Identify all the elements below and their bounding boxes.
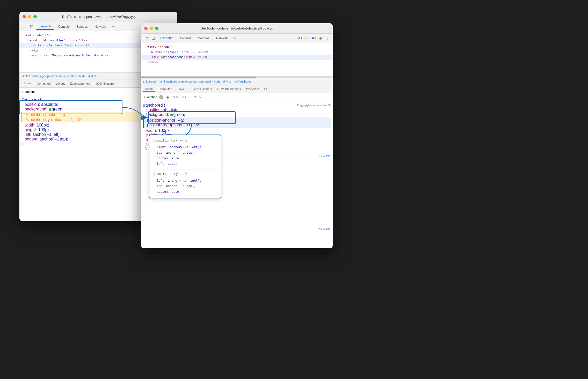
device-icon-2[interactable]: ☐ bbox=[150, 35, 156, 41]
tooltip-props-2: left: anchor(--a right); top: anchor(--a… bbox=[157, 178, 217, 195]
styles-more-tabs-2[interactable]: >> bbox=[263, 87, 268, 91]
css-selector-2: #anchored { bbox=[143, 103, 165, 108]
bc-html-1[interactable]: html.anchoring-support.popup-supported bbox=[25, 75, 76, 78]
tooltip-block-2: @position-try --f2 left: anchor(--a righ… bbox=[154, 172, 217, 195]
tab-elements-2[interactable]: Elements bbox=[158, 35, 176, 41]
maximize-button-1[interactable] bbox=[33, 15, 37, 18]
tab-network-1[interactable]: Network bbox=[92, 24, 108, 29]
minimize-button-2[interactable] bbox=[150, 27, 153, 30]
tooltip-props-1: right: anchor(--a left); top: anchor(--a… bbox=[157, 145, 217, 167]
style-tag-2: <style> bbox=[141, 227, 333, 231]
tab-console-2[interactable]: Console bbox=[177, 35, 194, 41]
styles-tab-props-2[interactable]: Properties bbox=[244, 87, 262, 91]
dom-line-2-2[interactable]: ▶ <div id="scroller"> ··· </div> bbox=[141, 50, 333, 55]
filter-clear-2[interactable]: ✕ bbox=[159, 95, 163, 99]
window-title-1: DevTools - codepen.io/web-dot-dev/live/P… bbox=[62, 15, 135, 19]
tooltip-popup: @position-try --f1 right: anchor(--a lef… bbox=[149, 135, 221, 198]
tooltip-block-1: @position-try --f1 right: anchor(--a lef… bbox=[154, 138, 217, 167]
styles-tab-styles-2[interactable]: Styles bbox=[143, 86, 155, 92]
styles-tab-dom-1[interactable]: DOM Breakpo··· bbox=[93, 81, 119, 86]
title-bar-1: DevTools - codepen.io/web-dot-dev/live/P… bbox=[19, 12, 177, 22]
styles-tab-layout-2[interactable]: Layout bbox=[175, 87, 188, 91]
badge-error-2: ⊗ 1 bbox=[298, 36, 302, 40]
breadcrumb-2: sult-iframe › html.anchoring-support.pop… bbox=[141, 78, 333, 85]
inspector-icon-1[interactable]: ⬚ bbox=[21, 24, 27, 29]
tt-prop-2-2: top: anchor(--a top); bbox=[157, 184, 217, 189]
filter-icon-1: ⊻ bbox=[21, 90, 24, 94]
filter-bar-2: ⊻ anchor ✕ ◆ :hov .cls + ⊞ ⤡ bbox=[141, 93, 333, 101]
tab-sources-1[interactable]: Sources bbox=[74, 24, 90, 29]
prop2-width: width: 100px; bbox=[143, 128, 331, 133]
bc-html-2[interactable]: html.anchoring-support.popup-supported bbox=[159, 80, 211, 83]
bc-divcb-2[interactable]: div#cb bbox=[223, 80, 231, 83]
filter-icon-2: ⊻ bbox=[143, 95, 146, 99]
styles-tabs-2: Styles Computed Layout Event Listeners D… bbox=[141, 85, 333, 93]
devtools-window-2: DevTools - codepen.io/web-dot-dev/live/P… bbox=[141, 23, 333, 248]
filter-tool-cls-2[interactable]: .cls bbox=[181, 95, 187, 99]
more-tabs-2[interactable]: >> bbox=[232, 36, 237, 40]
tt-prop-1-4: left: auto; bbox=[157, 161, 217, 167]
prop2-anchor-highlighted: position-anchor: --a; position-try-optio… bbox=[143, 117, 331, 128]
prop2-anchor: position-anchor: --a; bbox=[147, 118, 328, 123]
bc-body-2[interactable]: body bbox=[214, 80, 220, 83]
tt-prop-2-3: bottom: auto; bbox=[157, 189, 217, 195]
tab-elements-1[interactable]: Elements bbox=[36, 24, 54, 30]
close-button-2[interactable] bbox=[144, 27, 148, 30]
more-tabs-1[interactable]: >> bbox=[110, 25, 116, 28]
tooltip-selector-2: @position-try --f2 bbox=[154, 172, 217, 177]
badge-info-2: ◼ 7 bbox=[312, 36, 316, 40]
badge-warning-2: ⚠ 46 bbox=[304, 36, 310, 40]
toolbar-2: ⬚ ☐ Elements Console Sources Network >> … bbox=[141, 34, 333, 43]
title-bar-2: DevTools - codepen.io/web-dot-dev/live/P… bbox=[141, 23, 333, 34]
bc-iframe-2[interactable]: sult-iframe bbox=[143, 80, 156, 83]
more-icon-2[interactable]: ⋮ bbox=[325, 35, 331, 41]
tooltip-divider bbox=[154, 169, 217, 169]
filter-tool-expand-2[interactable]: ⤡ bbox=[198, 95, 202, 99]
tt-prop-2-1: left: anchor(--a right); bbox=[157, 178, 217, 184]
styles-tab-layout-1[interactable]: Layout bbox=[54, 81, 67, 86]
tab-console-1[interactable]: Console bbox=[56, 24, 72, 29]
css-selector-1: #anchored { bbox=[21, 98, 43, 102]
maximize-button-2[interactable] bbox=[155, 27, 158, 30]
dom-line-2-3[interactable]: <div id="anchored"></div> == $0 bbox=[141, 55, 333, 60]
filter-tool-plus-2[interactable]: + bbox=[188, 95, 192, 99]
minimize-button-1[interactable] bbox=[28, 15, 31, 18]
tt-prop-1-2: top: anchor(--a top); bbox=[157, 150, 217, 156]
filter-tool-hov-2[interactable]: :hov bbox=[172, 95, 180, 99]
styles-tab-events-1[interactable]: Event Listeners bbox=[68, 81, 92, 86]
bc-divcb-1[interactable]: div#cb bbox=[88, 75, 97, 78]
bc-divanchored-2[interactable]: div#anchored bbox=[234, 80, 251, 83]
tab-network-2[interactable]: Network bbox=[214, 35, 230, 41]
styles-tab-computed-1[interactable]: Computed bbox=[35, 81, 53, 86]
window-controls-1 bbox=[23, 15, 37, 18]
filter-settings-icon-2[interactable]: ◆ bbox=[165, 94, 171, 100]
dom-line-2-4[interactable]: </div> bbox=[141, 60, 333, 65]
styles-tab-computed-2[interactable]: Computed bbox=[156, 87, 174, 91]
dom-line-2-1[interactable]: ▼<div id="cb"> bbox=[141, 44, 333, 50]
inspector-icon-2[interactable]: ⬚ bbox=[143, 35, 149, 41]
window-controls-2 bbox=[144, 27, 158, 30]
dom-tree-2: ▼<div id="cb"> ▶ <div id="scroller"> ···… bbox=[141, 43, 333, 77]
tab-sources-2[interactable]: Sources bbox=[195, 35, 212, 41]
filter-input-1[interactable] bbox=[25, 90, 153, 94]
filter-tools-2: :hov .cls + ⊞ ⤡ bbox=[172, 95, 203, 99]
prop2-anchor-try: position-try-options: --f1, --f2; bbox=[147, 123, 328, 127]
prop2-position: position: absolute; bbox=[143, 108, 331, 112]
prop2-background: background: green; bbox=[143, 112, 331, 117]
styles-tab-styles-1[interactable]: Styles bbox=[21, 81, 34, 86]
filter-tool-layout-2[interactable]: ⊞ bbox=[193, 95, 197, 99]
styles-tab-dom-2[interactable]: DOM Breakpoints bbox=[215, 87, 243, 91]
bc-body-1[interactable]: body bbox=[79, 75, 85, 78]
css-source-2[interactable]: Pogyyyq?ano···iew=live:55 bbox=[297, 104, 331, 107]
close-button-1[interactable] bbox=[23, 15, 26, 18]
tt-prop-1-1: right: anchor(--a left); bbox=[157, 145, 217, 151]
window-title-2: DevTools - codepen.io/web-dot-dev/live/P… bbox=[201, 26, 273, 30]
device-icon-1[interactable]: ☐ bbox=[29, 24, 34, 29]
gear-icon-2[interactable]: ⚙ bbox=[318, 35, 323, 41]
tooltip-selector-1: @position-try --f1 bbox=[154, 138, 217, 144]
styles-tab-events-2[interactable]: Event Listeners bbox=[190, 87, 214, 91]
tt-prop-1-3: bottom: auto; bbox=[157, 156, 217, 162]
